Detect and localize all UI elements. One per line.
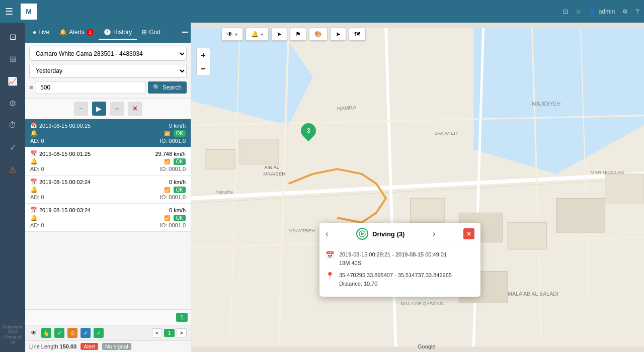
- map-toolbar: 👁 ▾ 🔔 ▾ ➤ ⚑ 🎨 ➤ 🗺: [221, 28, 366, 41]
- filter-eye-icon[interactable]: 👁: [29, 328, 38, 337]
- playback-play-button[interactable]: ▶: [92, 102, 106, 116]
- event-item-4[interactable]: 📅 2019-08-15 00:03:24 0 km/h 🔔 📶 OK AD: …: [25, 204, 191, 232]
- map-location-tool[interactable]: ➤: [330, 28, 346, 41]
- left-sidebar: ⊡ ⊞ 📈 ⚙ ⏱ ✓ ⚠ Copyright 2019 Conta ct us: [0, 23, 25, 352]
- bell-tool-icon: 🔔: [251, 31, 259, 38]
- line-length-label: Line Length 150.03: [29, 343, 76, 349]
- tab-grid[interactable]: ⊞ Grid: [137, 26, 166, 40]
- event-ad-3: AD: 0: [30, 194, 44, 200]
- map-eye-tool[interactable]: 👁 ▾: [221, 28, 243, 41]
- sidebar-item-settings[interactable]: ⚙: [4, 94, 22, 112]
- event-list: 📅 2019-08-15 00:00:25 0 km/h 🔔 📶 OK AD: …: [25, 119, 191, 309]
- sidebar-item-timer[interactable]: ⏱: [4, 116, 22, 134]
- google-watermark: Google: [418, 343, 435, 349]
- alerts-badge: 1: [87, 29, 94, 36]
- bell-icon-3: 🔔: [30, 186, 38, 193]
- search-button[interactable]: 🔍 Search: [148, 81, 187, 94]
- ok-badge-1: OK: [174, 130, 186, 137]
- tab-history[interactable]: 🕐 History: [99, 26, 137, 40]
- admin-label: admin: [599, 8, 615, 15]
- search-limit-input[interactable]: [36, 81, 145, 94]
- star-icon[interactable]: ☆: [576, 8, 581, 15]
- svg-rect-18: [508, 223, 546, 249]
- admin-link[interactable]: 👤 admin: [589, 8, 615, 15]
- zoom-controls: + −: [196, 48, 210, 76]
- svg-text:SANAYEH: SANAYEH: [435, 130, 457, 136]
- main-layout: ⊡ ⊞ 📈 ⚙ ⏱ ✓ ⚠ Copyright 2019 Conta ct us…: [0, 23, 644, 352]
- panel-bottom: 👁 👆 ✓ ⊙ ✓ ✓ < 1 >: [25, 325, 191, 340]
- screen-icon[interactable]: ⊡: [563, 8, 568, 15]
- copyright-text: Copyright 2019: [3, 324, 23, 334]
- map-arrow-tool[interactable]: ➤: [271, 28, 287, 41]
- svg-rect-19: [556, 198, 605, 232]
- next-page-button[interactable]: >: [177, 328, 187, 337]
- zoom-out-button[interactable]: −: [196, 62, 210, 76]
- playback-close-button[interactable]: ×: [128, 102, 142, 116]
- more-options[interactable]: •••: [182, 29, 188, 36]
- popup-prev-button[interactable]: ‹: [326, 229, 328, 238]
- tab-alerts[interactable]: 🔔 Alerts 1: [54, 26, 99, 40]
- popup-datetime-row: 📅 2019-08-15 00:29:21 - 2019-08-15 00:49…: [326, 250, 474, 267]
- calendar-icon-3: 📅: [30, 179, 37, 185]
- arrow-tool-icon: ➤: [277, 31, 282, 38]
- date-select[interactable]: Yesterday: [29, 64, 187, 78]
- popup-close-button[interactable]: ×: [463, 228, 474, 239]
- svg-rect-14: [206, 150, 235, 169]
- settings-icon[interactable]: ⚙: [622, 8, 628, 15]
- help-icon[interactable]: ?: [635, 8, 639, 15]
- event-date-2: 📅 2019-08-15 00:01:25: [30, 150, 91, 157]
- event-item-1[interactable]: 📅 2019-08-15 00:00:25 0 km/h 🔔 📶 OK AD: …: [25, 119, 191, 147]
- hamburger-icon[interactable]: ☰: [5, 6, 13, 17]
- popup-location-row: 📍 35.470295,33.895407 - 35.514737,33.842…: [326, 271, 474, 288]
- status-bar: Line Length 150.03 Alert No signal: [25, 340, 191, 352]
- sidebar-item-grid[interactable]: ⊞: [4, 50, 22, 68]
- ok-badge-2: OK: [174, 158, 186, 165]
- popup-next-button[interactable]: ›: [433, 229, 435, 238]
- tab-live[interactable]: ● Live: [28, 26, 54, 40]
- svg-text:Raouche: Raouche: [215, 190, 233, 195]
- playback-minus-button[interactable]: −: [74, 102, 88, 116]
- sidebar-item-warning[interactable]: ⚠: [4, 160, 22, 179]
- map-bell-tool[interactable]: 🔔 ▾: [246, 28, 269, 41]
- map-area[interactable]: HAMRA SANAYEH MAJIDIYEH MAR NICOLAS AIN …: [191, 23, 644, 352]
- map-layers-tool[interactable]: 🗺: [349, 28, 366, 41]
- sidebar-item-check[interactable]: ✓: [4, 138, 22, 156]
- user-icon: 👤: [589, 8, 596, 15]
- filter-toggle-5[interactable]: ✓: [94, 328, 104, 338]
- ok-badge-4: OK: [174, 215, 186, 221]
- panel-controls: Camaro White Cama 283501 - 4483034 Yeste…: [25, 43, 191, 99]
- tab-live-label: Live: [38, 29, 49, 36]
- logo-icon: M: [26, 8, 32, 16]
- eye-chevron-icon: ▾: [235, 32, 237, 37]
- zoom-in-button[interactable]: +: [196, 48, 210, 62]
- svg-text:MALA'AB AL BALADI: MALA'AB AL BALADI: [508, 291, 558, 297]
- event-date-3: 📅 2019-08-15 00:02:24: [30, 179, 91, 185]
- map-background: HAMRA SANAYEH MAJIDIYEH MAR NICOLAS AIN …: [191, 23, 644, 352]
- event-io-3: IO: 0001,0: [160, 194, 186, 200]
- playback-plus-button[interactable]: +: [110, 102, 124, 116]
- svg-text:MSAYTBEH: MSAYTBEH: [289, 228, 315, 233]
- popup-location-text: 35.470295,33.895407 - 35.514737,33.84296…: [339, 271, 452, 288]
- filter-toggle-2[interactable]: ✓: [54, 328, 64, 338]
- event-ad-4: AD: 0: [30, 222, 44, 228]
- prev-page-button[interactable]: <: [152, 328, 162, 337]
- map-flag-tool[interactable]: ⚑: [290, 28, 306, 41]
- vehicle-select[interactable]: Camaro White Cama 283501 - 4483034: [29, 47, 187, 61]
- ok-badge-3: OK: [174, 187, 186, 193]
- event-item-2[interactable]: 📅 2019-08-15 00:01:25 29.748 km/h 🔔 📶 OK…: [25, 147, 191, 175]
- event-date-1: 📅 2019-08-15 00:00:25: [30, 122, 91, 129]
- sidebar-item-chart[interactable]: 📈: [4, 72, 22, 90]
- event-speed-4: 0 km/h: [169, 207, 186, 213]
- list-icon[interactable]: ≡: [29, 83, 33, 92]
- filter-toggle-4[interactable]: ✓: [80, 328, 91, 338]
- filter-toggle-1[interactable]: 👆: [41, 328, 51, 338]
- pin-number: 3: [307, 127, 310, 134]
- bell-chevron-icon: ▾: [261, 32, 263, 37]
- side-panel: ● Live 🔔 Alerts 1 🕐 History ⊞ Grid ••• C…: [25, 23, 191, 352]
- map-palette-tool[interactable]: 🎨: [309, 28, 328, 41]
- logo-area: M: [21, 4, 563, 20]
- event-item-3[interactable]: 📅 2019-08-15 00:02:24 0 km/h 🔔 📶 OK AD: …: [25, 175, 191, 204]
- sidebar-item-map[interactable]: ⊡: [4, 28, 22, 46]
- event-speed-1: 0 km/h: [169, 123, 186, 129]
- filter-toggle-3[interactable]: ⊙: [67, 328, 77, 338]
